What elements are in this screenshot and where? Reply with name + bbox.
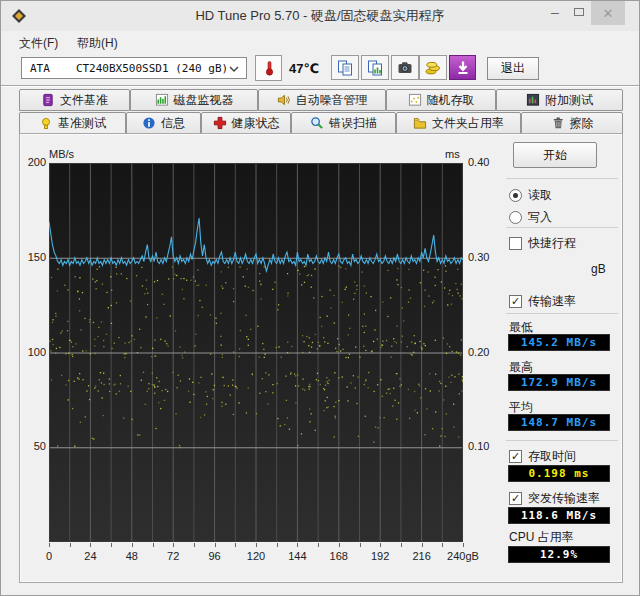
chart-plot-area — [49, 163, 463, 542]
tab-folder-usage[interactable]: 文件夹占用率 — [396, 112, 521, 134]
left-axis-tick: 50 — [13, 440, 46, 452]
tab-extra-tests[interactable]: 附加测试 — [496, 89, 623, 111]
x-axis-tick: 240gB — [439, 550, 487, 562]
tab-label: 磁盘监视器 — [174, 92, 234, 109]
panel-divider — [506, 313, 618, 314]
x-axis-tick-mark — [49, 543, 50, 547]
short-stroke-checkbox[interactable] — [509, 237, 522, 250]
panel-divider — [506, 178, 618, 179]
x-axis-tick: 216 — [402, 550, 442, 562]
panel-divider — [506, 440, 618, 441]
menu-help[interactable]: 帮助(H) — [73, 33, 122, 54]
temperature-button[interactable] — [255, 55, 282, 81]
write-radio-row[interactable]: 写入 — [509, 209, 552, 226]
tab-label: 随机存取 — [427, 92, 475, 109]
short-stroke-row[interactable]: 快捷行程 — [509, 235, 576, 252]
short-stroke-unit: gB — [591, 262, 606, 276]
read-radio[interactable] — [509, 189, 522, 202]
health-cross-icon — [213, 116, 227, 130]
thermometer-icon — [261, 60, 277, 76]
write-radio[interactable] — [509, 211, 522, 224]
tab-error-scan[interactable]: 错误扫描 — [291, 112, 396, 134]
x-axis-tick: 48 — [112, 550, 152, 562]
tab-disk-monitor[interactable]: 磁盘监视器 — [130, 89, 258, 111]
coins-button[interactable] — [419, 55, 447, 80]
x-axis-tick-mark — [70, 543, 71, 547]
maximize-button[interactable] — [567, 1, 591, 23]
x-axis-tick-mark — [194, 543, 195, 547]
close-button[interactable]: ✕ — [591, 1, 625, 25]
drive-bus: ATA — [30, 62, 50, 75]
minimize-button[interactable]: – — [543, 1, 567, 23]
camera-icon — [397, 60, 413, 76]
x-axis-tick-mark — [401, 543, 402, 547]
x-axis-tick: 72 — [153, 550, 193, 562]
left-axis-tick: 200 — [13, 156, 46, 168]
x-axis-tick-mark — [235, 543, 236, 547]
access-time-checkbox[interactable]: ✓ — [509, 450, 522, 463]
x-axis-tick-mark — [256, 543, 257, 547]
right-axis-unit: ms — [445, 148, 460, 160]
x-axis-tick: 24 — [70, 550, 110, 562]
info-icon — [142, 116, 156, 130]
benchmark-chart — [49, 163, 463, 542]
right-axis-tick: 0.40 — [468, 156, 504, 168]
download-button[interactable] — [449, 55, 476, 80]
extra-tests-icon — [526, 93, 540, 107]
tab-acoustic-management[interactable]: 自动噪音管理 — [258, 89, 386, 111]
tab-label: 自动噪音管理 — [296, 92, 368, 109]
right-axis-tick: 0.20 — [468, 346, 504, 358]
x-axis-tick: 192 — [360, 550, 400, 562]
copy-screenshot-button[interactable] — [331, 55, 359, 80]
x-axis-tick-mark — [153, 543, 154, 547]
start-button[interactable]: 开始 — [513, 142, 597, 168]
tab-label: 基准测试 — [58, 115, 106, 132]
file-benchmark-icon — [41, 93, 55, 107]
copy-results-button[interactable] — [361, 55, 389, 80]
tab-info[interactable]: 信息 — [126, 112, 201, 134]
access-time-row[interactable]: ✓ 存取时间 — [509, 448, 576, 465]
copy-chart-icon — [367, 60, 383, 76]
x-axis-tick-mark — [297, 543, 298, 547]
maximize-icon — [574, 8, 584, 16]
speaker-icon — [277, 93, 291, 107]
screenshot-button[interactable] — [391, 55, 419, 80]
x-axis-tick-mark — [132, 543, 133, 547]
tab-label: 信息 — [161, 115, 185, 132]
access-time-display: 0.198 ms — [508, 465, 610, 482]
x-axis-tick-mark — [463, 543, 464, 547]
burst-rate-row[interactable]: ✓ 突发传输速率 — [509, 490, 600, 507]
panel-divider — [506, 227, 618, 228]
cpu-usage-display: 12.9% — [508, 546, 610, 563]
avg-value-display: 148.7 MB/s — [508, 414, 610, 431]
drive-select[interactable]: ATA CT240BX500SSD1 (240 gB) — [21, 57, 247, 79]
cpu-usage-label: CPU 占用率 — [509, 529, 574, 546]
transfer-rate-label: 传输速率 — [528, 293, 576, 310]
tab-file-benchmark[interactable]: 文件基准 — [19, 89, 130, 111]
transfer-rate-checkbox[interactable]: ✓ — [509, 295, 522, 308]
tab-benchmark[interactable]: 基准测试 — [19, 112, 126, 134]
read-radio-row[interactable]: 读取 — [509, 187, 552, 204]
exit-button[interactable]: 退出 — [487, 57, 539, 80]
tab-erase[interactable]: 擦除 — [521, 112, 623, 134]
burst-rate-checkbox[interactable]: ✓ — [509, 492, 522, 505]
tab-random-access[interactable]: 随机存取 — [386, 89, 496, 111]
x-axis-tick-mark — [111, 543, 112, 547]
menu-file[interactable]: 文件(F) — [15, 33, 62, 54]
x-axis-tick-mark — [339, 543, 340, 547]
folder-icon — [413, 116, 427, 130]
download-icon — [455, 60, 471, 76]
copy-icon — [337, 60, 353, 76]
x-axis-tick-mark — [360, 543, 361, 547]
x-axis-tick: 144 — [277, 550, 317, 562]
transfer-rate-row[interactable]: ✓ 传输速率 — [509, 293, 576, 310]
x-axis-tick-mark — [277, 543, 278, 547]
write-radio-label: 写入 — [528, 209, 552, 226]
access-time-label: 存取时间 — [528, 448, 576, 465]
max-value-display: 172.9 MB/s — [508, 374, 610, 391]
tab-health[interactable]: 健康状态 — [201, 112, 291, 134]
burst-rate-display: 118.6 MB/s — [508, 507, 610, 524]
x-axis-tick: 168 — [319, 550, 359, 562]
x-axis-tick: 0 — [29, 550, 69, 562]
trash-icon — [551, 116, 565, 130]
